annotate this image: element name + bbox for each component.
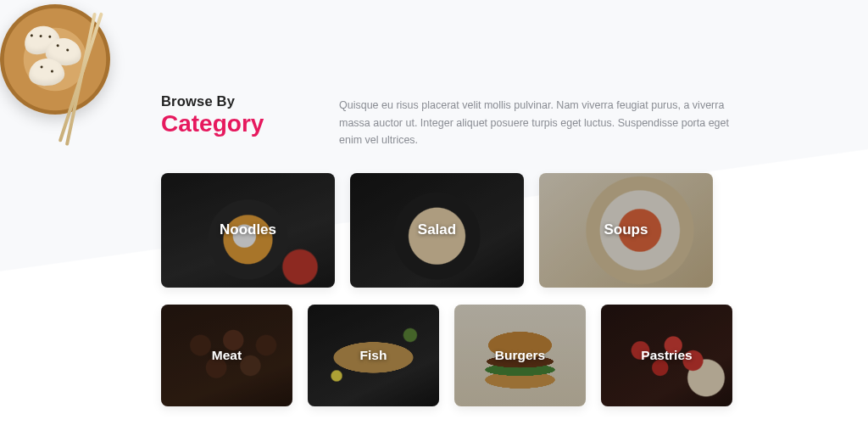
- category-card-noodles[interactable]: Noodles: [161, 173, 335, 288]
- section-pretitle: Browse By: [161, 93, 305, 109]
- category-card-meat[interactable]: Meat: [161, 305, 292, 406]
- category-label: Pastries: [641, 348, 692, 363]
- category-card-burgers[interactable]: Burgers: [454, 305, 586, 406]
- category-grid: Noodles Salad Soups Meat Fish Burgers: [161, 173, 737, 406]
- category-card-pastries[interactable]: Pastries: [601, 305, 732, 406]
- title-block: Browse By Category: [161, 93, 305, 137]
- category-card-soups[interactable]: Soups: [539, 173, 713, 288]
- category-card-salad[interactable]: Salad: [350, 173, 524, 288]
- category-label: Burgers: [495, 348, 545, 363]
- category-card-fish[interactable]: Fish: [308, 305, 439, 406]
- category-label: Soups: [604, 221, 648, 238]
- category-label: Salad: [418, 221, 456, 238]
- decorative-hero-dish: [0, 0, 136, 131]
- category-label: Fish: [360, 348, 387, 363]
- category-label: Noodles: [220, 221, 276, 238]
- category-label: Meat: [212, 348, 242, 363]
- section-title: Category: [161, 110, 305, 137]
- section-description: Quisque eu risus placerat velit mollis p…: [339, 93, 741, 149]
- section-header: Browse By Category Quisque eu risus plac…: [161, 93, 868, 149]
